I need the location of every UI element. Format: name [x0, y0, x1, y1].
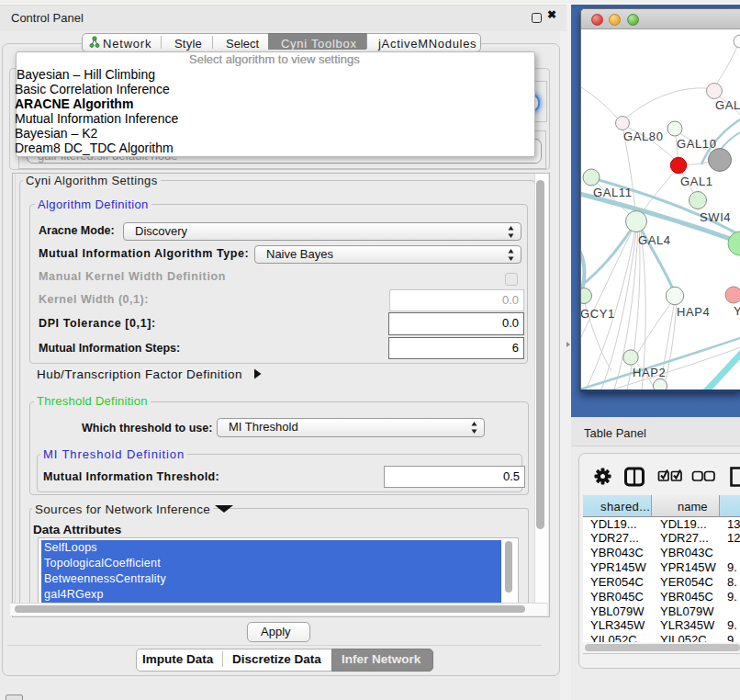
svg-text:GAL2: GAL2	[715, 98, 740, 112]
svg-text:Y: Y	[734, 304, 740, 318]
svg-text:GAL4: GAL4	[638, 233, 671, 247]
svg-text:HAP4: HAP4	[677, 305, 710, 319]
svg-text:GAL1: GAL1	[680, 175, 713, 188]
svg-text:GAL10: GAL10	[677, 137, 716, 151]
svg-text:SWI4: SWI4	[700, 210, 731, 224]
svg-text:HAP2: HAP2	[633, 366, 666, 379]
svg-text:GAL11: GAL11	[593, 186, 633, 199]
svg-text:GAL80: GAL80	[623, 130, 663, 143]
svg-text:GCY1: GCY1	[581, 307, 615, 321]
